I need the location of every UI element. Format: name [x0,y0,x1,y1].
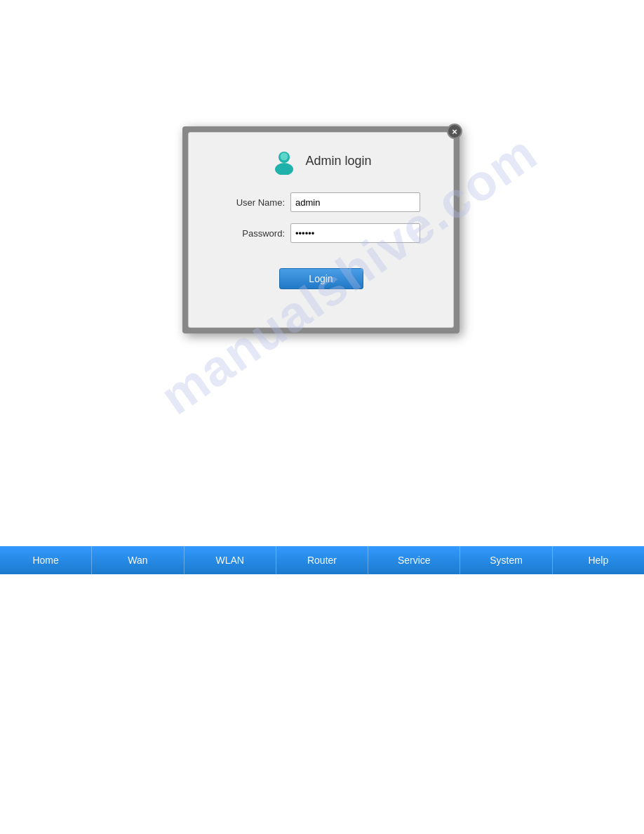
password-input[interactable] [290,223,420,243]
modal-header: Admin login [270,147,371,175]
nav-label-help: Help [588,555,608,566]
password-label: Password: [222,228,285,239]
username-input[interactable] [290,192,420,212]
svg-point-0 [275,163,293,175]
modal-title: Admin login [305,154,371,168]
user-avatar-icon [270,147,298,175]
nav-label-home: Home [32,555,58,566]
nav-item-system[interactable]: System [460,546,552,574]
password-row: Password: [210,223,432,243]
nav-item-router[interactable]: Router [276,546,368,574]
nav-item-wan[interactable]: Wan [92,546,184,574]
navbar: Home Wan WLAN Router Service System Help [0,546,644,574]
nav-label-wlan: WLAN [215,555,243,566]
username-row: User Name: [210,192,432,212]
nav-label-system: System [490,555,523,566]
nav-label-service: Service [398,555,431,566]
svg-point-2 [281,153,288,161]
nav-label-router: Router [307,555,337,566]
nav-item-help[interactable]: Help [553,546,644,574]
modal-inner: Admin login User Name: Password: Login [188,132,454,328]
username-label: User Name: [222,197,285,208]
close-button[interactable]: × [447,124,462,139]
nav-item-service[interactable]: Service [368,546,460,574]
login-button[interactable]: Login [279,268,363,289]
modal-overlay: × Admin login User Name: Password: Log [182,126,459,333]
nav-label-wan: Wan [128,555,147,566]
nav-item-home[interactable]: Home [0,546,92,574]
nav-item-wlan[interactable]: WLAN [185,546,276,574]
